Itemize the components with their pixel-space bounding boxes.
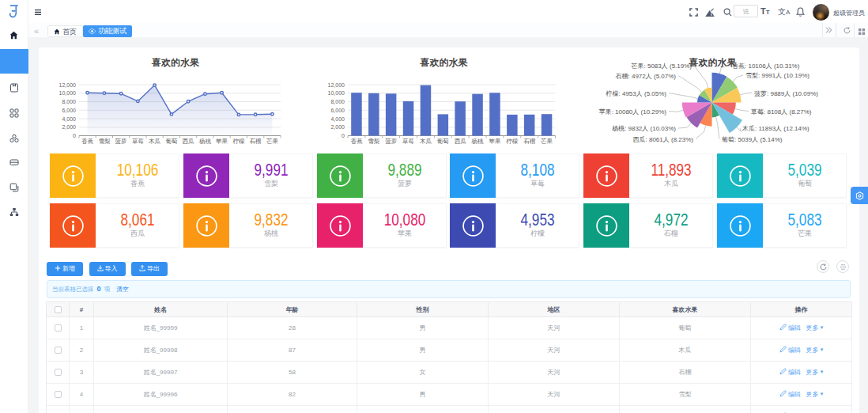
svg-text:雪梨: 雪梨 — [368, 138, 380, 145]
svg-text:雪梨: 9991人 (10.19%): 雪梨: 9991人 (10.19%) — [745, 72, 810, 79]
svg-text:0: 0 — [73, 133, 76, 138]
svg-text:12,000: 12,000 — [328, 82, 345, 88]
svg-text:木瓜: 木瓜 — [149, 138, 161, 145]
svg-text:10,000: 10,000 — [328, 90, 345, 96]
svg-text:石榴: 石榴 — [250, 138, 262, 145]
svg-text:杨桃: 杨桃 — [198, 138, 212, 145]
svg-text:6,000: 6,000 — [330, 108, 345, 113]
svg-text:10,000: 10,000 — [59, 90, 77, 96]
svg-text:葡萄: 葡萄 — [437, 138, 450, 145]
svg-text:喜欢的水果: 喜欢的水果 — [689, 57, 738, 68]
svg-text:西瓜: 8061人 (8.23%): 西瓜: 8061人 (8.23%) — [633, 136, 694, 143]
svg-text:杨桃: 9832人 (10.03%): 杨桃: 9832人 (10.03%) — [612, 125, 676, 132]
svg-text:6,000: 6,000 — [62, 108, 76, 113]
svg-text:12,000: 12,000 — [59, 82, 77, 88]
svg-text:芒果: 5083人 (5.19%): 芒果: 5083人 (5.19%) — [631, 63, 693, 70]
svg-text:西瓜: 西瓜 — [183, 138, 195, 145]
svg-text:葡萄: 5039人 (5.14%): 葡萄: 5039人 (5.14%) — [722, 136, 783, 143]
svg-text:石榴: 4972人 (5.07%): 石榴: 4972人 (5.07%) — [616, 73, 677, 80]
svg-text:喜欢的水果: 喜欢的水果 — [420, 57, 469, 68]
svg-text:苹果: 苹果 — [216, 138, 228, 145]
svg-text:0: 0 — [342, 133, 345, 138]
svg-text:香蕉: 香蕉 — [81, 138, 94, 145]
svg-text:西瓜: 西瓜 — [455, 138, 467, 145]
svg-text:草莓: 草莓 — [132, 138, 145, 145]
svg-text:4,000: 4,000 — [330, 116, 345, 122]
svg-text:柠檬: 柠檬 — [232, 138, 245, 145]
svg-text:2,000: 2,000 — [330, 124, 345, 130]
svg-text:草莓: 草莓 — [402, 138, 415, 145]
svg-text:香蕉: 香蕉 — [350, 138, 363, 145]
svg-text:雪梨: 雪梨 — [98, 138, 111, 145]
svg-text:苹果: 10080人 (10.29%): 苹果: 10080人 (10.29%) — [599, 108, 667, 116]
svg-text:菠萝: 9889人 (10.09%): 菠萝: 9889人 (10.09%) — [754, 90, 818, 97]
svg-text:8,000: 8,000 — [62, 99, 76, 104]
svg-text:木瓜: 11893人 (12.14%): 木瓜: 11893人 (12.14%) — [742, 125, 810, 132]
svg-text:木瓜: 木瓜 — [420, 138, 432, 145]
svg-text:芒果: 芒果 — [266, 138, 279, 145]
svg-text:苹果: 苹果 — [489, 138, 501, 145]
svg-text:芒果: 芒果 — [541, 138, 553, 145]
svg-text:4,000: 4,000 — [62, 116, 76, 122]
svg-text:柠檬: 柠檬 — [506, 138, 519, 145]
svg-text:石榴: 石榴 — [523, 138, 535, 145]
svg-text:2,000: 2,000 — [62, 124, 76, 130]
svg-text:杨桃: 杨桃 — [471, 138, 485, 145]
svg-text:香蕉: 10106人 (10.31%): 香蕉: 10106人 (10.31%) — [732, 63, 800, 70]
svg-text:葡萄: 葡萄 — [165, 138, 178, 145]
svg-text:菠萝: 菠萝 — [385, 138, 398, 145]
svg-text:菠萝: 菠萝 — [115, 138, 128, 145]
svg-text:柠檬: 4953人 (5.05%): 柠檬: 4953人 (5.05%) — [606, 90, 667, 97]
svg-text:草莓: 8108人 (8.27%): 草莓: 8108人 (8.27%) — [751, 108, 812, 116]
svg-text:喜欢的水果: 喜欢的水果 — [151, 57, 200, 68]
svg-text:8,000: 8,000 — [330, 99, 345, 104]
